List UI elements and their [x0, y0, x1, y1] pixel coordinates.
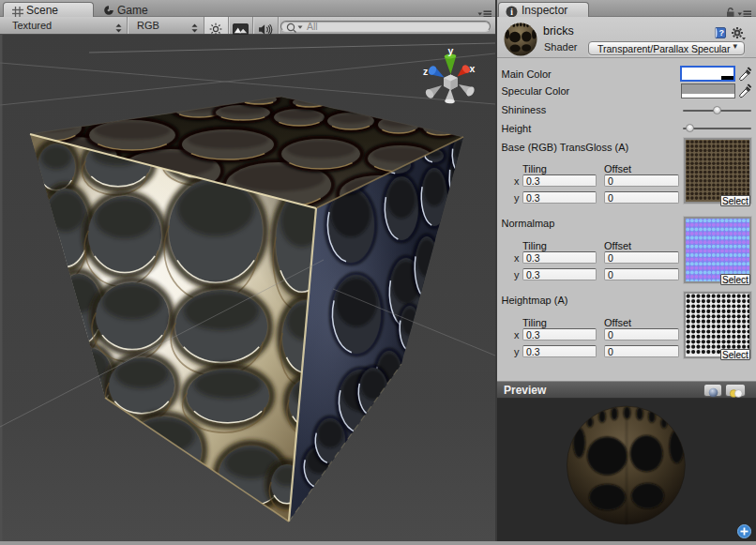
svg-text:z: z: [423, 66, 428, 77]
svg-text:x: x: [470, 63, 476, 74]
svg-text:y: y: [448, 45, 454, 56]
svg-text:i: i: [510, 8, 513, 17]
svg-text:?: ?: [718, 28, 724, 38]
